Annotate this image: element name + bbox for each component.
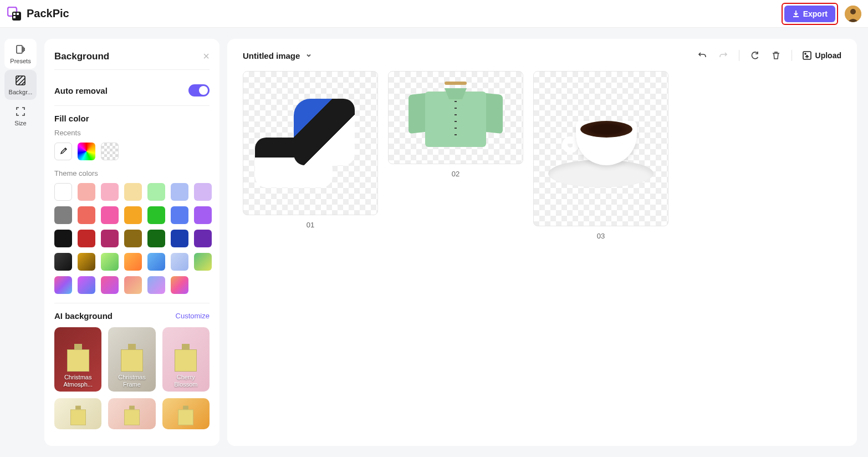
refresh-button[interactable] bbox=[749, 50, 760, 61]
theme-swatch[interactable] bbox=[101, 230, 119, 247]
ai-background-header: AI background Customize bbox=[54, 311, 210, 321]
download-icon bbox=[792, 10, 800, 18]
auto-removal-row: Auto removal bbox=[54, 79, 210, 106]
theme-swatch[interactable] bbox=[194, 206, 212, 224]
theme-swatch[interactable] bbox=[171, 276, 188, 294]
theme-swatch[interactable] bbox=[78, 206, 95, 224]
divider bbox=[739, 50, 739, 61]
theme-swatch[interactable] bbox=[124, 230, 142, 247]
theme-swatch[interactable] bbox=[78, 276, 95, 294]
upload-icon bbox=[802, 50, 812, 60]
theme-swatch[interactable] bbox=[78, 230, 95, 247]
export-button[interactable]: Export bbox=[784, 6, 835, 22]
theme-swatch[interactable] bbox=[101, 253, 119, 271]
size-icon bbox=[14, 105, 27, 118]
theme-swatch[interactable] bbox=[147, 230, 165, 247]
svg-point-10 bbox=[805, 53, 806, 54]
app-name: PackPic bbox=[27, 7, 69, 20]
theme-swatch[interactable] bbox=[54, 230, 72, 247]
theme-swatch[interactable] bbox=[171, 206, 188, 224]
canvas-tools: Upload bbox=[697, 50, 841, 61]
ai-background-title: AI background bbox=[54, 311, 113, 321]
ai-background-card[interactable]: Christmas Frame bbox=[108, 327, 155, 392]
theme-swatch[interactable] bbox=[194, 183, 212, 201]
theme-swatch[interactable] bbox=[78, 253, 95, 271]
theme-swatch[interactable] bbox=[124, 183, 142, 201]
theme-swatch[interactable] bbox=[54, 253, 72, 271]
export-label: Export bbox=[803, 9, 828, 18]
theme-colors-grid bbox=[54, 183, 210, 294]
undo-button[interactable] bbox=[697, 50, 708, 61]
theme-swatch[interactable] bbox=[124, 253, 142, 271]
svg-rect-8 bbox=[16, 76, 25, 85]
avatar[interactable] bbox=[845, 6, 861, 22]
rail-presets[interactable]: Presets bbox=[4, 39, 37, 69]
eyedropper-button[interactable] bbox=[54, 143, 72, 160]
svg-rect-7 bbox=[17, 45, 22, 53]
theme-swatch[interactable] bbox=[101, 183, 119, 201]
auto-removal-label: Auto removal bbox=[54, 86, 108, 95]
theme-swatch[interactable] bbox=[171, 183, 188, 201]
redo-button[interactable] bbox=[718, 50, 729, 61]
theme-swatch[interactable] bbox=[101, 276, 119, 294]
theme-swatch[interactable] bbox=[147, 253, 165, 271]
ai-background-card[interactable]: Christmas Atmosph... bbox=[54, 327, 101, 392]
ai-background-grid-2 bbox=[54, 398, 210, 429]
theme-swatch[interactable] bbox=[171, 230, 188, 247]
delete-button[interactable] bbox=[770, 50, 782, 61]
divider bbox=[54, 303, 210, 303]
thumbnail-number-03: 03 bbox=[597, 232, 605, 240]
svg-rect-3 bbox=[17, 13, 19, 15]
thumbnail-01[interactable]: 01 bbox=[243, 71, 378, 229]
close-icon[interactable]: × bbox=[203, 50, 210, 63]
theme-swatch[interactable] bbox=[124, 206, 142, 224]
theme-swatch[interactable] bbox=[101, 206, 119, 224]
transparent-swatch[interactable] bbox=[101, 143, 119, 160]
theme-swatch[interactable] bbox=[147, 206, 165, 224]
theme-swatch[interactable] bbox=[54, 183, 72, 201]
presets-icon bbox=[14, 43, 27, 55]
rail-presets-label: Presets bbox=[10, 58, 30, 64]
thumbnail-03[interactable]: 03 bbox=[533, 71, 668, 240]
document-title-dropdown[interactable]: Untitled image bbox=[243, 51, 312, 60]
theme-swatch[interactable] bbox=[78, 183, 95, 201]
thumbnail-number-01: 01 bbox=[307, 221, 314, 229]
export-highlight-box: Export bbox=[782, 3, 838, 25]
theme-swatch[interactable] bbox=[54, 276, 72, 294]
main: Presets Backgr... Size Background × Auto… bbox=[0, 28, 868, 457]
theme-swatch[interactable] bbox=[147, 183, 165, 201]
upload-label: Upload bbox=[815, 51, 841, 60]
background-panel: Background × Auto removal Fill color Rec… bbox=[44, 39, 219, 446]
customize-link[interactable]: Customize bbox=[176, 312, 210, 320]
background-icon bbox=[14, 74, 27, 87]
thumbnail-02[interactable]: 02 bbox=[388, 71, 523, 178]
theme-swatch[interactable] bbox=[194, 253, 212, 271]
shoe-illustration bbox=[255, 99, 366, 187]
theme-swatch[interactable] bbox=[124, 276, 142, 294]
theme-colors-label: Theme colors bbox=[54, 169, 210, 177]
header-actions: Export bbox=[782, 3, 861, 25]
svg-rect-2 bbox=[13, 13, 16, 15]
panel-header: Background × bbox=[54, 50, 210, 70]
color-picker-swatch[interactable] bbox=[78, 143, 95, 160]
logo-icon bbox=[7, 6, 22, 22]
theme-swatch[interactable] bbox=[147, 276, 165, 294]
rail-size[interactable]: Size bbox=[4, 101, 37, 131]
rail-background[interactable]: Backgr... bbox=[4, 70, 37, 100]
logo[interactable]: PackPic bbox=[7, 6, 69, 22]
app-header: PackPic Export bbox=[0, 0, 868, 28]
theme-swatch[interactable] bbox=[171, 253, 188, 271]
canvas-area: Untitled image bbox=[227, 39, 857, 446]
svg-point-6 bbox=[850, 9, 856, 14]
upload-button[interactable]: Upload bbox=[802, 50, 841, 60]
theme-swatch[interactable] bbox=[194, 230, 212, 247]
theme-swatch[interactable] bbox=[54, 206, 72, 224]
ai-background-card[interactable] bbox=[162, 398, 210, 429]
ai-background-card[interactable] bbox=[108, 398, 155, 429]
ai-background-card[interactable]: Cherry Blossom bbox=[162, 327, 210, 392]
auto-removal-toggle[interactable] bbox=[188, 84, 210, 97]
thumbnail-number-02: 02 bbox=[452, 170, 459, 178]
ai-background-grid: Christmas Atmosph...Christmas FrameCherr… bbox=[54, 327, 210, 392]
ai-background-card[interactable] bbox=[54, 398, 101, 429]
rail-background-label: Backgr... bbox=[9, 89, 33, 95]
